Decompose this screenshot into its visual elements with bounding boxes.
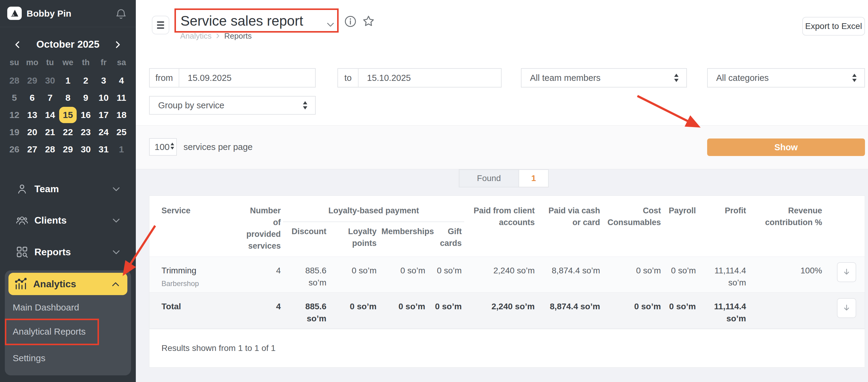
calendar-day[interactable]: 22 [59,123,77,140]
calendar-day[interactable]: 14 [41,106,59,123]
calendar-day[interactable]: 28 [41,140,59,158]
calendar-day[interactable]: 27 [23,140,41,158]
calendar-day[interactable]: 3 [95,72,113,89]
sidebar-item-team[interactable]: Team [0,180,136,198]
total-download-button[interactable] [837,298,856,318]
calendar-day[interactable]: 7 [41,89,59,106]
calendar-day[interactable]: 29 [59,140,77,158]
calendar-days: 28 29 30 1 2 3 4 5 6 7 8 9 10 11 12 13 1… [5,72,130,158]
breadcrumb-reports[interactable]: Reports [224,31,252,41]
cell-total-client-accounts: 2,240 so’m [464,293,537,328]
calendar-day[interactable]: 19 [5,123,23,140]
date-from-label: from [150,69,179,87]
sidebar-item-clients[interactable]: Clients [0,211,136,229]
service-name[interactable]: Trimming [161,265,238,277]
calendar-day[interactable]: 17 [95,106,113,123]
calendar-day[interactable]: 10 [95,89,113,106]
table-row: Trimming Barbershop 4 885.6 so’m 0 so’m … [149,257,865,293]
calendar-day[interactable]: 25 [113,123,130,140]
sidebar-item-analytical-reports[interactable]: Analytical Reports [5,322,131,341]
calendar-day[interactable]: 30 [41,72,59,89]
categories-select[interactable]: All categories [707,68,865,88]
calendar-day[interactable]: 23 [77,123,95,140]
cell-gift-cards: 0 so’m [428,257,464,293]
calendar-day[interactable]: 29 [23,72,41,89]
cell-total-memberships: 0 so’m [379,293,428,328]
calendar-day[interactable]: 4 [113,72,130,89]
export-to-excel-button[interactable]: Export to Excel [802,17,865,36]
calendar-day[interactable]: 9 [77,89,95,106]
calendar-day[interactable]: 12 [5,106,23,123]
sidebar-item-main-dashboard[interactable]: Main Dashboard [5,298,131,317]
breadcrumb-analytics[interactable]: Analytics [180,31,212,41]
calendar-day[interactable]: 16 [77,106,95,123]
date-from-field[interactable]: from 15.09.2025 [149,68,316,88]
col-header-discount: Discount [283,222,329,257]
date-to-value[interactable]: 15.10.2025 [359,73,411,83]
cell-total-discount: 885.6 so’m [283,293,329,328]
calendar-day[interactable]: 24 [95,123,113,140]
sidebar-item-label: Clients [34,215,67,226]
select-arrows-icon [673,73,680,83]
info-icon[interactable] [344,15,357,28]
page-title[interactable]: Service sales report [181,11,303,30]
date-to-field[interactable]: to 15.10.2025 [337,68,502,88]
sidebar-item-reports[interactable]: Reports [0,243,136,261]
download-icon [842,303,851,313]
cell-memberships: 0 so’m [379,257,428,293]
calendar-day[interactable]: 18 [113,106,130,123]
found-count-tab[interactable]: 1 [519,169,549,187]
cell-total-profit: 11,114.4 so’m [699,293,748,328]
calendar-day[interactable]: 2 [77,72,95,89]
sidebar-item-analytics[interactable]: Analytics [8,273,127,295]
title-chevron-down-icon[interactable] [327,22,334,27]
cell-total-cost-consumables: 0 so’m [602,293,663,328]
clients-icon [16,214,28,227]
calendar-day[interactable]: 1 [59,72,77,89]
service-category: Barbershop [161,279,238,288]
show-button[interactable]: Show [707,138,865,156]
team-members-select[interactable]: All team members [521,68,687,88]
day-name: tu [41,57,59,68]
calendar-day[interactable]: 31 [95,140,113,158]
calendar-day[interactable]: 13 [23,106,41,123]
calendar-day[interactable]: 26 [5,140,23,158]
calendar-day-names: su mo tu we th fr sa [5,57,130,68]
calendar-day[interactable]: 30 [77,140,95,158]
per-page-select[interactable]: 100 [149,138,177,156]
sidebar-item-settings[interactable]: Settings [5,349,131,368]
cell-revenue: 100% [748,257,825,293]
calendar-day[interactable]: 1 [113,140,130,158]
cell-provided: 4 [241,257,283,293]
calendar-day[interactable]: 20 [23,123,41,140]
calendar-day[interactable]: 5 [5,89,23,106]
notifications-bell-icon[interactable] [115,7,127,21]
calendar-day[interactable]: 8 [59,89,77,106]
table-total-row: Total 4 885.6 so’m 0 so’m 0 so’m 0 so’m … [149,293,865,328]
calendar-day[interactable]: 21 [41,123,59,140]
sidebar: Bobby Pin October 2025 su mo tu we th [0,0,136,382]
select-arrows-icon [302,100,308,110]
menu-toggle-button[interactable] [152,16,169,34]
cell-profit: 11,114.4 so’m [699,257,748,293]
chevron-down-icon [112,218,120,223]
found-tab[interactable]: Found [459,169,519,187]
cell-total-gift-cards: 0 so’m [428,293,464,328]
calendar-day-selected[interactable]: 15 [59,107,77,123]
brand-logo[interactable] [7,7,22,20]
date-from-value[interactable]: 15.09.2025 [179,73,231,83]
group-by-select[interactable]: Group by service [149,96,316,115]
sidebar-item-label: Reports [34,247,71,258]
calendar-next-icon[interactable] [113,40,123,50]
cell-total-payroll: 0 so’m [663,293,699,328]
calendar-day[interactable]: 28 [5,72,23,89]
row-download-button[interactable] [837,262,856,282]
results-summary-text: Results shown from 1 to 1 of 1 [161,343,276,353]
calendar-day[interactable]: 11 [113,89,130,106]
calendar-day[interactable]: 6 [23,89,41,106]
cell-loyalty-points: 0 so’m [329,257,379,293]
favorite-star-icon[interactable] [362,14,375,28]
brand-name: Bobby Pin [27,0,71,27]
analytics-submenu-panel: Analytics Main Dashboard Analytical Repo… [5,270,131,375]
col-header-revenue: Revenue contribution % [748,196,825,257]
